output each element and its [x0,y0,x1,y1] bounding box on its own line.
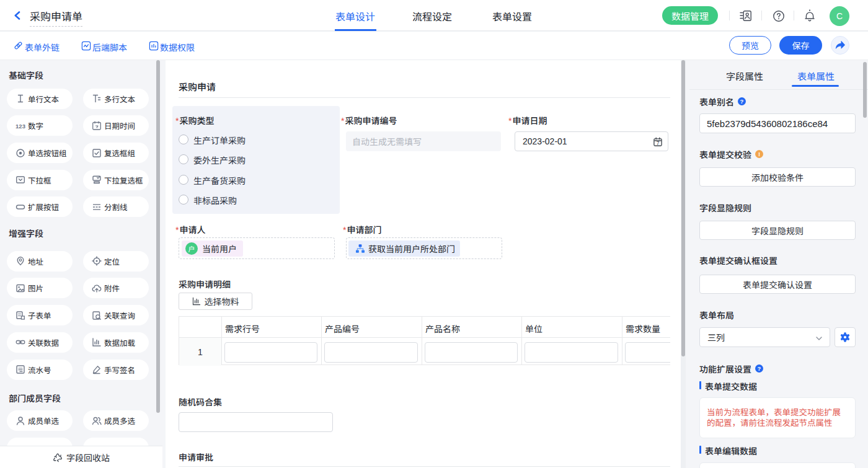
svg-text:7: 7 [657,139,660,146]
svg-text:123: 123 [16,123,25,130]
